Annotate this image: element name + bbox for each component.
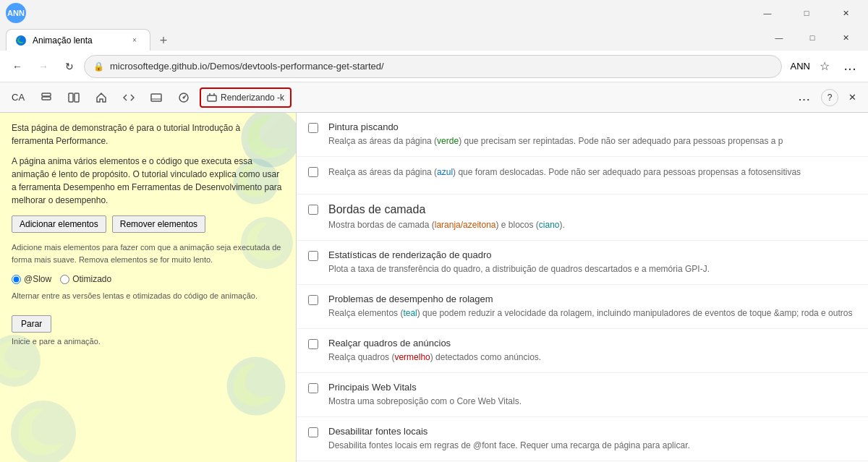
edge-logo-4 — [224, 354, 289, 419]
rendering-label: Renderizando -k — [221, 93, 284, 103]
active-tab[interactable]: Animação lenta × — [6, 29, 150, 51]
render-title-6: Realçar quadros de anúncios — [328, 338, 856, 348]
tab-favicon — [15, 35, 27, 46]
render-desc-6: Realça quadros (vermelho) detectados com… — [328, 351, 856, 364]
render-title-1: Pintura piscando — [328, 121, 856, 132]
lock-icon: 🔒 — [93, 61, 104, 72]
render-desc-4: Plota a taxa de transferência do quadro,… — [328, 262, 856, 275]
render-checkbox-6[interactable] — [308, 339, 318, 349]
devtools-close-button[interactable]: ✕ — [843, 87, 862, 108]
bookmark-button[interactable]: ☆ — [813, 55, 836, 78]
ca-label: CA — [12, 92, 25, 103]
stop-note: Inicie e pare a animação. — [12, 335, 284, 348]
tab-bar: Animação lenta × + — □ ✕ — [0, 26, 868, 51]
rendering-button[interactable]: Renderizando -k — [200, 87, 292, 108]
tab-title: Animação lenta — [33, 35, 122, 46]
svg-rect-9 — [208, 95, 216, 101]
render-checkbox-1[interactable] — [308, 123, 318, 133]
network-icon-button[interactable] — [145, 87, 168, 108]
render-checkbox-5[interactable] — [308, 295, 318, 305]
tab-close[interactable]: ✕ — [829, 27, 862, 48]
button-row: Adicionar elementos Remover elementos — [12, 215, 284, 233]
tab-minimize[interactable]: — — [762, 27, 796, 48]
render-desc-3: Mostra bordas de camada (laranja/azeiton… — [328, 218, 856, 231]
render-title-8: Desabilitar fontes locais — [328, 426, 856, 437]
svg-rect-2 — [42, 97, 51, 100]
devtools-toolbar: CA — [0, 82, 868, 113]
render-item-8: Desabilitar fontes locaisDesabilita font… — [297, 417, 868, 461]
render-checkbox-7[interactable] — [308, 383, 318, 393]
split-icon — [68, 92, 80, 103]
rendering-icon — [207, 93, 217, 103]
home-icon — [95, 92, 107, 103]
render-item-5: Problemas de desempenho de rolagemRealça… — [297, 285, 868, 329]
slow-label: @Slow — [24, 273, 51, 286]
devtools-more-button[interactable]: ... — [793, 87, 817, 108]
render-item-1: Pintura piscandoRealça as áreas da págin… — [297, 113, 868, 157]
devtools-help-button[interactable]: ? — [821, 89, 838, 106]
address-bar[interactable]: 🔒 microsoftedge.github.io/Demos/devtools… — [84, 55, 782, 78]
render-title-5: Problemas de desempenho de rolagem — [328, 294, 856, 304]
network-icon — [150, 92, 162, 103]
opt-radio[interactable] — [60, 275, 69, 284]
render-desc-5: Realça elementos (teal) que podem reduzi… — [328, 307, 856, 320]
radio-note: Alternar entre as versões lentas e otimi… — [12, 290, 284, 302]
back-button[interactable]: ← — [6, 55, 29, 78]
nav-right-controls: ANN ☆ ... — [791, 55, 862, 78]
render-checkbox-2[interactable] — [308, 167, 318, 177]
render-checkbox-8[interactable] — [308, 427, 318, 437]
render-desc-1: Realça as áreas da página (verde) que pr… — [328, 134, 856, 147]
new-tab-button[interactable]: + — [153, 30, 174, 51]
performance-icon — [178, 92, 190, 103]
render-title-3: Bordas de camada — [328, 203, 856, 216]
render-title-7: Principais Web Vitals — [328, 382, 856, 393]
opt-label: Otimizado — [72, 273, 111, 286]
remove-elements-button[interactable]: Remover elementos — [112, 215, 205, 233]
forward-button[interactable]: → — [32, 55, 55, 78]
maximize-button[interactable]: □ — [790, 1, 823, 25]
render-item-2: Realça as áreas da página (azul) que for… — [297, 157, 868, 194]
svg-rect-4 — [75, 93, 79, 102]
edge-logo-5 — [7, 397, 80, 462]
svg-rect-5 — [151, 94, 161, 101]
render-item-3: Bordas de camadaMostra bordas de camada … — [297, 194, 868, 241]
speed-radio-row: @Slow Otimizado — [12, 273, 284, 286]
render-item-4: Estatísticas de renderização de quadroPl… — [297, 241, 868, 285]
render-checkbox-3[interactable] — [308, 205, 318, 215]
rendering-panel: Pintura piscandoRealça as áreas da págin… — [297, 113, 868, 462]
page-para1: Esta página de demonstração é para o tut… — [12, 121, 284, 147]
profile-icon[interactable]: ANN — [6, 3, 26, 23]
svg-rect-1 — [42, 93, 51, 96]
page-para2: A página anima vários elementos e o códi… — [12, 155, 284, 207]
ca-button[interactable]: CA — [6, 87, 30, 108]
page-inner: Esta página de demonstração é para o tut… — [0, 113, 296, 363]
slow-radio[interactable] — [12, 275, 21, 284]
minimize-button[interactable]: — — [751, 1, 784, 25]
window-close-button[interactable]: ✕ — [829, 1, 862, 25]
layers-icon-button[interactable] — [35, 87, 58, 108]
home-icon-button[interactable] — [90, 87, 113, 108]
render-checkbox-4[interactable] — [308, 251, 318, 261]
split-icon-button[interactable] — [62, 87, 85, 108]
render-item-7: Principais Web VitalsMostra uma sobrepos… — [297, 373, 868, 417]
page-content: Esta página de demonstração é para o tut… — [0, 113, 297, 462]
code-icon — [123, 92, 135, 103]
tab-maximize[interactable]: □ — [796, 27, 829, 48]
opt-radio-item[interactable]: Otimizado — [60, 273, 111, 286]
performance-icon-button[interactable] — [172, 87, 195, 108]
code-icon-button[interactable] — [117, 87, 140, 108]
url-text: microsoftedge.github.io/Demos/devtools-p… — [110, 61, 773, 72]
refresh-button[interactable]: ↻ — [58, 55, 81, 78]
svg-point-8 — [183, 96, 185, 98]
user-profile[interactable]: ANN — [791, 61, 810, 72]
tab-close-button[interactable]: × — [128, 34, 141, 47]
layers-icon — [41, 92, 52, 103]
add-remove-note: Adicione mais elementos para fazer com q… — [12, 241, 284, 265]
slow-radio-item[interactable]: @Slow — [12, 273, 51, 286]
browser-menu-button[interactable]: ... — [839, 55, 862, 78]
render-desc-8: Desabilita fontes locais em regras de @f… — [328, 439, 856, 452]
svg-rect-3 — [69, 93, 73, 102]
render-title-4: Estatísticas de renderização de quadro — [328, 249, 856, 260]
add-elements-button[interactable]: Adicionar elementos — [12, 215, 106, 233]
stop-button[interactable]: Parar — [12, 315, 51, 333]
